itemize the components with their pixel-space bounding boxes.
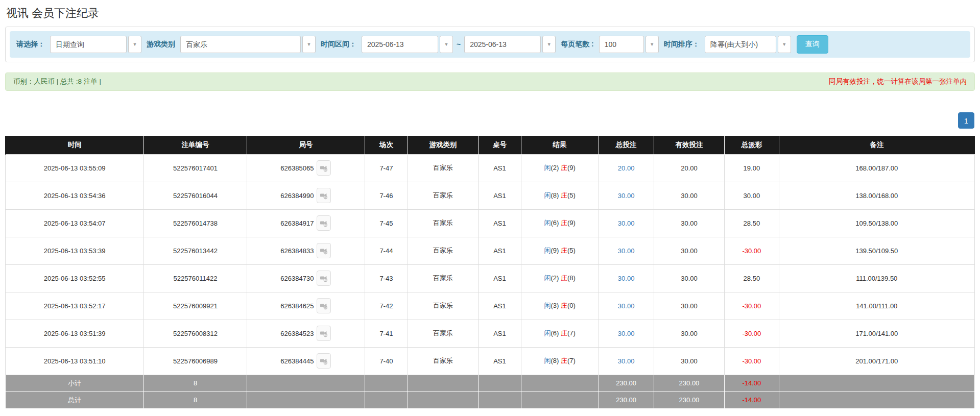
video-replay-button[interactable] xyxy=(317,215,331,231)
result-player-score: (8) xyxy=(551,357,559,364)
date-to-select[interactable]: 2025-06-13 ▼ xyxy=(464,36,556,53)
cell-remark: 138.00/168.00 xyxy=(779,182,974,209)
result-banker-label: 庄 xyxy=(561,357,567,364)
cell-total-bet: 20.00 xyxy=(599,154,654,182)
page-1-button[interactable]: 1 xyxy=(958,112,974,129)
subtotal-total-bet: 230.00 xyxy=(599,375,654,391)
subtotal-payout: -14.00 xyxy=(725,375,779,391)
round-id-value: 626384730 xyxy=(280,275,314,282)
cell-valid-bet: 30.00 xyxy=(654,182,725,209)
video-replay-button[interactable] xyxy=(317,326,331,341)
total-bet-link[interactable]: 30.00 xyxy=(618,192,635,200)
cell-remark: 109.50/138.00 xyxy=(779,209,974,237)
cell-table-no: AS1 xyxy=(479,292,521,320)
video-replay-button[interactable] xyxy=(317,243,331,258)
sort-order-label: 时间排序： xyxy=(662,40,701,49)
table-row: 2025-06-13 03:55:09 522576017401 6263850… xyxy=(6,154,975,182)
date-from-select[interactable]: 2025-06-13 ▼ xyxy=(362,36,453,53)
cell-result: 闲(2) 庄(8) xyxy=(521,264,599,292)
game-category-value[interactable]: 百家乐 xyxy=(180,36,301,53)
cell-round-id: 626384730 xyxy=(247,264,365,292)
search-button[interactable]: 查询 xyxy=(797,35,828,54)
table-row: 2025-06-13 03:52:55 522576011422 6263847… xyxy=(6,264,975,292)
header-remark: 备注 xyxy=(779,136,974,154)
header-time: 时间 xyxy=(6,136,144,154)
cell-bet-id: 522576016044 xyxy=(144,182,247,209)
cell-table-no: AS1 xyxy=(479,320,521,347)
cell-table-no: AS1 xyxy=(479,182,521,209)
result-player-label: 闲 xyxy=(544,357,551,364)
video-replay-button[interactable] xyxy=(317,298,331,313)
cell-total-bet: 30.00 xyxy=(599,237,654,264)
cell-valid-bet: 30.00 xyxy=(654,292,725,320)
total-bet-link[interactable]: 30.00 xyxy=(618,219,635,227)
header-game-category: 游戏类别 xyxy=(408,136,479,154)
cell-round-id: 626384833 xyxy=(247,237,365,264)
cell-result: 闲(8) 庄(5) xyxy=(521,182,599,209)
cell-remark: 171.00/141.00 xyxy=(779,320,974,347)
video-replay-button[interactable] xyxy=(317,188,331,203)
cell-round-id: 626384445 xyxy=(247,347,365,375)
result-banker-score: (8) xyxy=(567,274,576,282)
total-bet-link[interactable]: 30.00 xyxy=(618,275,635,282)
video-replay-button[interactable] xyxy=(317,271,331,286)
chevron-down-icon[interactable]: ▼ xyxy=(542,36,556,53)
cell-remark: 139.50/109.50 xyxy=(779,237,974,264)
cell-session: 7-45 xyxy=(365,209,408,237)
page-size-value[interactable]: 100 xyxy=(599,36,644,53)
query-type-value[interactable]: 日期查询 xyxy=(50,36,127,53)
date-to-value[interactable]: 2025-06-13 xyxy=(464,36,541,53)
query-type-select[interactable]: 日期查询 ▼ xyxy=(50,36,141,53)
cell-total-bet: 30.00 xyxy=(599,292,654,320)
video-camera-icon xyxy=(320,329,328,337)
cell-game-category: 百家乐 xyxy=(408,237,479,264)
header-valid-bet: 有效投注 xyxy=(654,136,725,154)
cell-bet-id: 522576014738 xyxy=(144,209,247,237)
page-size-select[interactable]: 100 ▼ xyxy=(599,36,659,53)
cell-payout: 28.50 xyxy=(725,209,779,237)
cell-payout: 28.50 xyxy=(725,264,779,292)
video-camera-icon xyxy=(320,357,328,365)
game-category-select[interactable]: 百家乐 ▼ xyxy=(180,36,316,53)
result-player-label: 闲 xyxy=(544,191,551,199)
round-id-value: 626385065 xyxy=(280,164,314,172)
video-replay-button[interactable] xyxy=(317,353,331,369)
header-result: 结果 xyxy=(521,136,599,154)
pagination: 1 xyxy=(5,112,975,129)
table-footer: 小计 8 230.00 230.00 -14.00 总计 8 230.00 23… xyxy=(6,375,975,408)
sort-order-value[interactable]: 降幂(由大到小) xyxy=(705,36,776,53)
cell-total-bet: 30.00 xyxy=(599,320,654,347)
cell-bet-id: 522576017401 xyxy=(144,154,247,182)
total-bet-link[interactable]: 30.00 xyxy=(618,247,635,255)
result-banker-score: (9) xyxy=(567,164,576,172)
video-replay-button[interactable] xyxy=(317,160,331,176)
cell-game-category: 百家乐 xyxy=(408,320,479,347)
cell-round-id: 626384523 xyxy=(247,320,365,347)
cell-total-bet: 30.00 xyxy=(599,209,654,237)
result-player-score: (3) xyxy=(551,302,559,309)
cell-table-no: AS1 xyxy=(479,264,521,292)
page-size-label: 每页笔数 : xyxy=(559,40,595,49)
chevron-down-icon[interactable]: ▼ xyxy=(128,36,141,53)
cell-game-category: 百家乐 xyxy=(408,154,479,182)
total-bet-link[interactable]: 30.00 xyxy=(618,357,635,365)
cell-session: 7-40 xyxy=(365,347,408,375)
cell-result: 闲(9) 庄(5) xyxy=(521,237,599,264)
chevron-down-icon[interactable]: ▼ xyxy=(646,36,659,53)
cell-game-category: 百家乐 xyxy=(408,182,479,209)
total-bet-link[interactable]: 20.00 xyxy=(618,164,635,172)
cell-time: 2025-06-13 03:52:17 xyxy=(6,292,144,320)
sort-order-select[interactable]: 降幂(由大到小) ▼ xyxy=(705,36,791,53)
header-bet-id: 注单编号 xyxy=(144,136,247,154)
cell-payout: -30.00 xyxy=(725,320,779,347)
total-bet-link[interactable]: 30.00 xyxy=(618,302,635,310)
header-round-id: 局号 xyxy=(247,136,365,154)
total-bet-link[interactable]: 30.00 xyxy=(618,330,635,337)
date-from-value[interactable]: 2025-06-13 xyxy=(362,36,438,53)
chevron-down-icon[interactable]: ▼ xyxy=(302,36,316,53)
cell-valid-bet: 20.00 xyxy=(654,154,725,182)
cell-session: 7-46 xyxy=(365,182,408,209)
chevron-down-icon[interactable]: ▼ xyxy=(440,36,453,53)
chevron-down-icon[interactable]: ▼ xyxy=(778,36,791,53)
cell-time: 2025-06-13 03:55:09 xyxy=(6,154,144,182)
